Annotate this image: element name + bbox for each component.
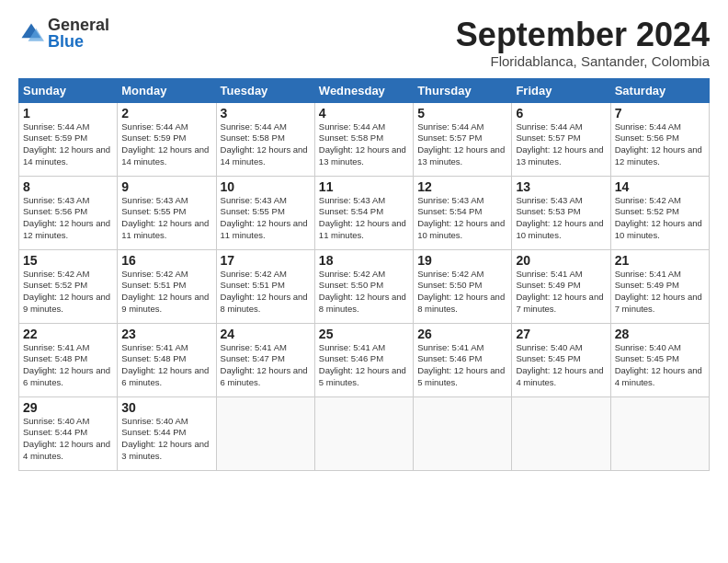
day-number: 27	[516, 327, 606, 341]
day-number: 25	[319, 327, 409, 341]
logo-text: General Blue	[48, 17, 109, 50]
day-number: 3	[221, 106, 311, 121]
table-row: 15Sunrise: 5:42 AMSunset: 5:52 PMDayligh…	[19, 249, 118, 323]
day-number: 21	[615, 253, 705, 268]
logo-icon	[18, 20, 44, 46]
header: General Blue September 2024 Floridablanc…	[18, 17, 710, 69]
table-row: 5Sunrise: 5:44 AMSunset: 5:57 PMDaylight…	[414, 102, 512, 176]
calendar-week-row: 15Sunrise: 5:42 AMSunset: 5:52 PMDayligh…	[19, 249, 710, 323]
table-row: 22Sunrise: 5:41 AMSunset: 5:48 PMDayligh…	[19, 323, 118, 396]
day-info: Sunrise: 5:44 AMSunset: 5:58 PMDaylight:…	[319, 121, 409, 168]
table-row: 28Sunrise: 5:40 AMSunset: 5:45 PMDayligh…	[610, 323, 709, 396]
page: General Blue September 2024 Floridablanc…	[0, 0, 728, 480]
day-info: Sunrise: 5:44 AMSunset: 5:59 PMDaylight:…	[23, 121, 113, 168]
calendar-table: Sunday Monday Tuesday Wednesday Thursday…	[18, 78, 710, 471]
table-row: 29Sunrise: 5:40 AMSunset: 5:44 PMDayligh…	[19, 396, 118, 470]
day-number: 2	[121, 106, 211, 121]
table-row: 19Sunrise: 5:42 AMSunset: 5:50 PMDayligh…	[414, 249, 512, 323]
day-number: 17	[221, 253, 311, 268]
day-number: 19	[417, 253, 507, 268]
day-number: 22	[23, 327, 113, 341]
day-info: Sunrise: 5:43 AMSunset: 5:56 PMDaylight:…	[23, 195, 113, 242]
day-number: 29	[23, 400, 113, 415]
calendar-header-row: Sunday Monday Tuesday Wednesday Thursday…	[19, 78, 710, 102]
calendar-week-row: 29Sunrise: 5:40 AMSunset: 5:44 PMDayligh…	[19, 396, 710, 470]
day-info: Sunrise: 5:41 AMSunset: 5:46 PMDaylight:…	[417, 342, 507, 389]
table-row: 23Sunrise: 5:41 AMSunset: 5:48 PMDayligh…	[118, 323, 216, 396]
col-sunday: Sunday	[19, 78, 118, 102]
day-info: Sunrise: 5:41 AMSunset: 5:49 PMDaylight:…	[615, 269, 705, 316]
day-info: Sunrise: 5:40 AMSunset: 5:45 PMDaylight:…	[615, 342, 705, 389]
table-row	[610, 396, 709, 470]
location-subtitle: Floridablanca, Santander, Colombia	[456, 53, 710, 69]
col-saturday: Saturday	[610, 78, 709, 102]
day-number: 13	[516, 179, 606, 194]
table-row: 25Sunrise: 5:41 AMSunset: 5:46 PMDayligh…	[314, 323, 413, 396]
table-row: 30Sunrise: 5:40 AMSunset: 5:44 PMDayligh…	[118, 396, 216, 470]
day-number: 28	[615, 327, 705, 341]
calendar-week-row: 8Sunrise: 5:43 AMSunset: 5:56 PMDaylight…	[19, 176, 710, 249]
table-row	[414, 396, 512, 470]
col-friday: Friday	[512, 78, 610, 102]
table-row: 20Sunrise: 5:41 AMSunset: 5:49 PMDayligh…	[512, 249, 610, 323]
table-row: 16Sunrise: 5:42 AMSunset: 5:51 PMDayligh…	[118, 249, 216, 323]
day-number: 23	[121, 327, 211, 341]
day-info: Sunrise: 5:42 AMSunset: 5:51 PMDaylight:…	[221, 269, 311, 316]
table-row: 4Sunrise: 5:44 AMSunset: 5:58 PMDaylight…	[314, 102, 413, 176]
day-number: 30	[121, 400, 211, 415]
table-row: 18Sunrise: 5:42 AMSunset: 5:50 PMDayligh…	[314, 249, 413, 323]
table-row: 24Sunrise: 5:41 AMSunset: 5:47 PMDayligh…	[216, 323, 314, 396]
day-info: Sunrise: 5:41 AMSunset: 5:49 PMDaylight:…	[516, 269, 606, 316]
logo-blue: Blue	[48, 33, 109, 50]
day-info: Sunrise: 5:44 AMSunset: 5:59 PMDaylight:…	[121, 121, 211, 168]
logo: General Blue	[18, 17, 109, 50]
day-number: 5	[417, 106, 507, 121]
col-thursday: Thursday	[414, 78, 512, 102]
day-number: 10	[221, 179, 311, 194]
day-info: Sunrise: 5:42 AMSunset: 5:52 PMDaylight:…	[23, 269, 113, 316]
day-number: 1	[23, 106, 113, 121]
day-number: 4	[319, 106, 409, 121]
table-row: 26Sunrise: 5:41 AMSunset: 5:46 PMDayligh…	[414, 323, 512, 396]
day-info: Sunrise: 5:43 AMSunset: 5:55 PMDaylight:…	[121, 195, 211, 242]
day-info: Sunrise: 5:44 AMSunset: 5:58 PMDaylight:…	[221, 121, 311, 168]
calendar-week-row: 22Sunrise: 5:41 AMSunset: 5:48 PMDayligh…	[19, 323, 710, 396]
table-row: 8Sunrise: 5:43 AMSunset: 5:56 PMDaylight…	[19, 176, 118, 249]
day-info: Sunrise: 5:44 AMSunset: 5:57 PMDaylight:…	[516, 121, 606, 168]
month-title: September 2024	[456, 17, 710, 53]
day-info: Sunrise: 5:43 AMSunset: 5:53 PMDaylight:…	[516, 195, 606, 242]
day-info: Sunrise: 5:43 AMSunset: 5:54 PMDaylight:…	[319, 195, 409, 242]
day-info: Sunrise: 5:40 AMSunset: 5:45 PMDaylight:…	[516, 342, 606, 389]
day-info: Sunrise: 5:40 AMSunset: 5:44 PMDaylight:…	[23, 416, 113, 463]
table-row: 13Sunrise: 5:43 AMSunset: 5:53 PMDayligh…	[512, 176, 610, 249]
col-monday: Monday	[118, 78, 216, 102]
day-info: Sunrise: 5:40 AMSunset: 5:44 PMDaylight:…	[121, 416, 211, 463]
day-info: Sunrise: 5:42 AMSunset: 5:51 PMDaylight:…	[121, 269, 211, 316]
table-row: 12Sunrise: 5:43 AMSunset: 5:54 PMDayligh…	[414, 176, 512, 249]
calendar-week-row: 1Sunrise: 5:44 AMSunset: 5:59 PMDaylight…	[19, 102, 710, 176]
day-number: 18	[319, 253, 409, 268]
day-info: Sunrise: 5:42 AMSunset: 5:50 PMDaylight:…	[319, 269, 409, 316]
day-number: 6	[516, 106, 606, 121]
table-row: 14Sunrise: 5:42 AMSunset: 5:52 PMDayligh…	[610, 176, 709, 249]
table-row: 17Sunrise: 5:42 AMSunset: 5:51 PMDayligh…	[216, 249, 314, 323]
title-block: September 2024 Floridablanca, Santander,…	[456, 17, 710, 69]
day-number: 14	[615, 179, 705, 194]
day-info: Sunrise: 5:41 AMSunset: 5:46 PMDaylight:…	[319, 342, 409, 389]
table-row: 7Sunrise: 5:44 AMSunset: 5:56 PMDaylight…	[610, 102, 709, 176]
day-number: 8	[23, 179, 113, 194]
table-row: 6Sunrise: 5:44 AMSunset: 5:57 PMDaylight…	[512, 102, 610, 176]
table-row: 11Sunrise: 5:43 AMSunset: 5:54 PMDayligh…	[314, 176, 413, 249]
table-row	[512, 396, 610, 470]
table-row: 9Sunrise: 5:43 AMSunset: 5:55 PMDaylight…	[118, 176, 216, 249]
day-number: 20	[516, 253, 606, 268]
day-info: Sunrise: 5:42 AMSunset: 5:50 PMDaylight:…	[417, 269, 507, 316]
day-info: Sunrise: 5:41 AMSunset: 5:48 PMDaylight:…	[23, 342, 113, 389]
day-number: 9	[121, 179, 211, 194]
day-number: 11	[319, 179, 409, 194]
logo-general: General	[48, 17, 109, 33]
day-info: Sunrise: 5:44 AMSunset: 5:57 PMDaylight:…	[417, 121, 507, 168]
day-info: Sunrise: 5:43 AMSunset: 5:55 PMDaylight:…	[221, 195, 311, 242]
table-row: 21Sunrise: 5:41 AMSunset: 5:49 PMDayligh…	[610, 249, 709, 323]
day-info: Sunrise: 5:42 AMSunset: 5:52 PMDaylight:…	[615, 195, 705, 242]
